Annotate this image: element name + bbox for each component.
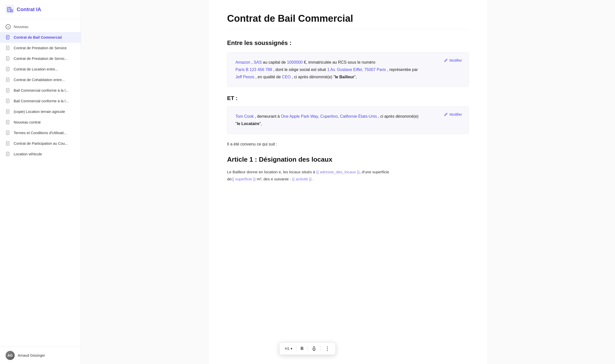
sidebar-item-contrat-prestation-1[interactable]: Contrat de Prestation de Service xyxy=(0,43,81,53)
sidebar-item-label: Nouveau contrat xyxy=(14,120,40,124)
article1-text2: e, les locaux situés à xyxy=(279,170,315,174)
document-icon xyxy=(6,152,11,157)
article1-heading: Article 1 : Désignation des locaux xyxy=(227,156,469,163)
modifier-button-1[interactable]: Modifier xyxy=(442,57,464,63)
sidebar-item-label: Location véhicule xyxy=(14,152,42,156)
document-icon xyxy=(6,45,11,51)
bold-button[interactable]: B xyxy=(298,345,306,352)
mic-button[interactable] xyxy=(309,345,319,352)
text3: , représentée par xyxy=(387,67,418,72)
comma-1: , xyxy=(251,60,254,64)
sidebar-item-label: Contrat de Participation au Cou... xyxy=(14,141,68,145)
address-token[interactable]: 1 Av. Gustave Eiffel, 75007 Paris xyxy=(327,67,386,72)
text2: , ci après dénommé(e) xyxy=(378,114,419,118)
superficie-template-token[interactable]: {{ superficie }} xyxy=(231,177,256,181)
document-icon xyxy=(6,67,11,72)
sidebar-item-label: Contrat de Prestation de Servic... xyxy=(14,57,68,61)
sidebar-item-contrat-prestation-2[interactable]: Contrat de Prestation de Servic... xyxy=(0,53,81,64)
sidebar-item-location-terrain[interactable]: (copie) Location terrain agricole xyxy=(0,106,81,117)
company-name-token[interactable]: Amazon xyxy=(235,60,250,64)
modifier-button-2[interactable]: Modifier xyxy=(442,111,464,117)
svg-point-7 xyxy=(12,11,12,11)
sidebar-item-label: Contrat de Bail Commercial xyxy=(14,35,62,39)
avatar-image: AG xyxy=(6,351,15,360)
locataire-label: le Locataire xyxy=(237,122,259,126)
section1-heading: Entre les soussignés : xyxy=(227,39,469,46)
sidebar-item-location-vehicule[interactable]: Location véhicule xyxy=(0,149,81,159)
avatar: AG xyxy=(6,351,15,360)
more-options-button[interactable]: ⋮ xyxy=(322,344,333,353)
article1-text: Le Bailleur donne en location e, les loc… xyxy=(227,168,469,183)
sidebar-item-termes[interactable]: Termes et Conditions d'Utilisati... xyxy=(0,128,81,138)
sidebar-item-label: Bail Commercial conforme à la l... xyxy=(14,88,69,92)
document-icon xyxy=(6,56,11,61)
toolbar-divider-1 xyxy=(296,346,297,351)
edit-icon xyxy=(444,112,448,116)
et-heading: ET : xyxy=(227,95,469,102)
bailleur-label: le Bailleur xyxy=(335,75,354,79)
sidebar-item-participation[interactable]: Contrat de Participation au Cou... xyxy=(0,138,81,149)
text6: ", xyxy=(354,75,357,79)
text1: , demeurant à xyxy=(255,114,281,118)
capital-value-token[interactable]: 1000000 xyxy=(287,60,303,64)
document-icon xyxy=(6,88,11,93)
article1-text1: Le Bailleur donne en locati xyxy=(227,170,273,174)
company-type-token[interactable]: SAS xyxy=(254,60,262,64)
address-template-token[interactable]: {{ adresse_des_locaux }} xyxy=(316,170,360,174)
bold-label: B xyxy=(301,346,304,351)
svg-rect-56 xyxy=(313,347,315,349)
article1-text6b: e suivante : xyxy=(271,177,291,181)
toolbar-divider-2 xyxy=(308,346,308,351)
document-icon xyxy=(6,109,11,114)
sidebar-item-label: Contrat de Location entre... xyxy=(14,67,58,71)
rep-role-token[interactable]: CEO xyxy=(282,75,291,79)
user-name: Arnaud Gissinger xyxy=(18,353,45,357)
bailleur-block: Modifier Amazon , SAS au capital de 1000… xyxy=(227,53,469,87)
person-address-token[interactable]: One Apple Park Way, Cupertino, Californi… xyxy=(281,114,377,118)
edit-icon xyxy=(444,58,448,62)
modifier-label: Modifier xyxy=(449,58,462,62)
document-icon xyxy=(6,99,11,104)
person-name-token[interactable]: Tom Cook xyxy=(235,114,254,118)
document-icon xyxy=(6,120,11,125)
document-title: Contrat de Bail Commercial xyxy=(227,13,469,29)
sidebar-item-bail-commercial-1[interactable]: Bail Commercial conforme à la l... xyxy=(0,85,81,96)
sidebar-item-label: Termes et Conditions d'Utilisati... xyxy=(14,131,67,135)
sidebar-footer: AG Arnaud Gissinger xyxy=(0,347,81,364)
mic-icon xyxy=(312,346,316,351)
document-area: Contrat de Bail Commercial Entre les sou… xyxy=(209,0,487,364)
sidebar-item-contrat-bail-commercial[interactable]: Contrat de Bail Commercial xyxy=(0,32,81,43)
text4: , en qualité de xyxy=(255,75,282,79)
sidebar-item-label: Contrat de Cohabitation entre... xyxy=(14,78,65,82)
new-contract-button[interactable]: + Nouveau xyxy=(0,21,81,32)
text5: , ci après dénommé(e) " xyxy=(292,75,335,79)
sidebar-nav: + Nouveau Contrat de Bail Commercial Con… xyxy=(0,19,81,347)
article1-text4: de xyxy=(227,177,231,181)
article1-text3: , d'une superficie xyxy=(360,170,389,174)
toolbar-divider-3 xyxy=(320,346,321,351)
more-icon: ⋮ xyxy=(325,346,330,352)
sidebar-item-label: Contrat de Prestation de Service xyxy=(14,46,67,50)
sidebar-item-contrat-cohabitation[interactable]: Contrat de Cohabitation entre... xyxy=(0,75,81,85)
document-icon xyxy=(6,130,11,135)
new-label: Nouveau xyxy=(14,25,28,29)
activite-template-token[interactable]: {{ activité }} xyxy=(292,177,312,181)
sidebar-item-label: Bail Commercial conforme à la l... xyxy=(14,99,69,103)
text3: ", xyxy=(259,122,262,126)
sidebar-item-nouveau-contrat[interactable]: Nouveau contrat xyxy=(0,117,81,128)
convenu-text: Il a été convenu ce qui suit : xyxy=(227,142,469,147)
document-icon xyxy=(6,77,11,82)
plus-icon: + xyxy=(6,24,11,29)
rcs-number-token[interactable]: Paris B 123 456 789 xyxy=(235,67,272,72)
logo-area: Contrat IA xyxy=(0,0,81,19)
article1-ellipsis: on xyxy=(273,170,279,174)
heading-selector-button[interactable]: H1 ▾ xyxy=(282,345,295,352)
article1-text5: m², des xyxy=(257,177,270,181)
main-content: Contrat de Bail Commercial Entre les sou… xyxy=(81,0,615,364)
rep-name-token[interactable]: Jeff Pesos xyxy=(235,75,254,79)
sidebar: Contrat IA + Nouveau Contrat de Bail Com… xyxy=(0,0,81,364)
svg-rect-0 xyxy=(6,5,14,14)
sidebar-item-label: (copie) Location terrain agricole xyxy=(14,110,65,114)
sidebar-item-contrat-location[interactable]: Contrat de Location entre... xyxy=(0,64,81,75)
sidebar-item-bail-commercial-2[interactable]: Bail Commercial conforme à la l... xyxy=(0,96,81,106)
